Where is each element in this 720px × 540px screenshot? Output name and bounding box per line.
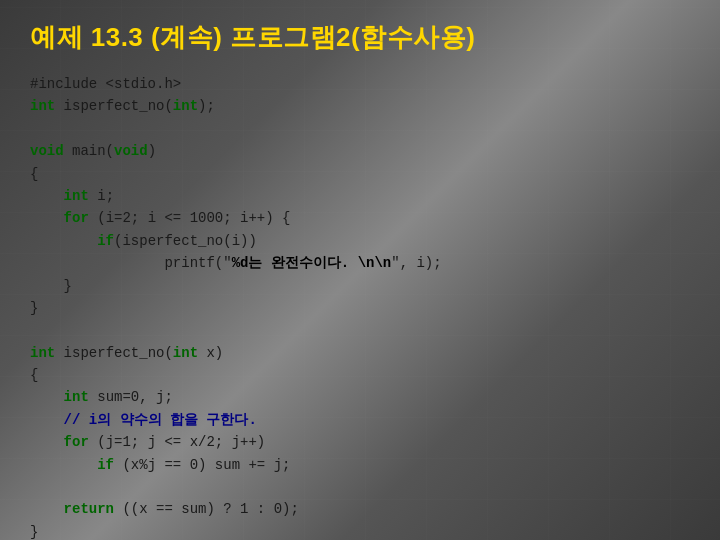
slide: 예제 13.3 (계속) 프로그램2(함수사용) #include <stdio… xyxy=(0,0,720,540)
code-line-16: if (x%j == 0) sum += j; xyxy=(30,454,690,476)
code-empty-3 xyxy=(30,476,690,498)
code-line-5: int i; xyxy=(30,185,690,207)
code-line-18: } xyxy=(30,521,690,540)
code-empty-2 xyxy=(30,319,690,341)
code-line-1: #include <stdio.h> xyxy=(30,73,690,95)
code-line-2: int isperfect_no(int); xyxy=(30,95,690,117)
code-line-11: int isperfect_no(int x) xyxy=(30,342,690,364)
slide-title: 예제 13.3 (계속) 프로그램2(함수사용) xyxy=(30,20,690,55)
code-block: #include <stdio.h> int isperfect_no(int)… xyxy=(30,73,690,540)
code-empty-1 xyxy=(30,118,690,140)
code-line-3: void main(void) xyxy=(30,140,690,162)
code-line-10: } xyxy=(30,297,690,319)
code-line-12: { xyxy=(30,364,690,386)
code-line-9: } xyxy=(30,275,690,297)
code-line-13: int sum=0, j; xyxy=(30,386,690,408)
code-line-15: for (j=1; j <= x/2; j++) xyxy=(30,431,690,453)
code-line-7: if(isperfect_no(i)) xyxy=(30,230,690,252)
code-line-4: { xyxy=(30,163,690,185)
code-line-6: for (i=2; i <= 1000; i++) { xyxy=(30,207,690,229)
code-line-14: // i의 약수의 합을 구한다. xyxy=(30,409,690,431)
code-line-8: printf("%d는 완전수이다. \n\n", i); xyxy=(30,252,690,274)
code-line-17: return ((x == sum) ? 1 : 0); xyxy=(30,498,690,520)
